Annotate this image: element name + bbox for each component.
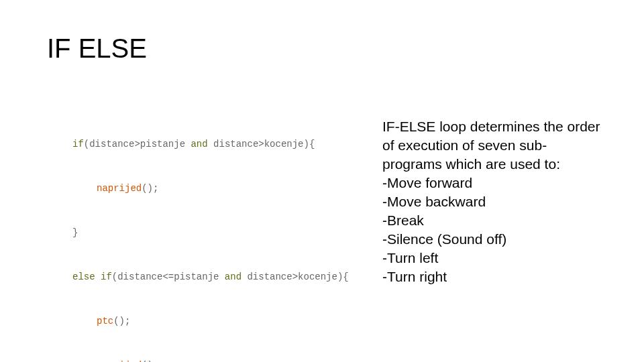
desc-bullet: -Break <box>382 211 604 230</box>
code-keyword: if <box>72 139 84 149</box>
description-block: IF-ELSE loop determines the order of exe… <box>382 117 604 286</box>
code-line: naprijed(); <box>48 358 364 362</box>
desc-bullet: -Turn right <box>382 267 604 286</box>
desc-bullet: -Silence (Sound off) <box>382 230 604 249</box>
code-block: if(distance>pistanje and distance>kocenj… <box>48 107 364 362</box>
desc-paragraph: IF-ELSE loop determines the order of exe… <box>382 117 604 174</box>
code-keyword: else if <box>72 272 112 282</box>
code-keyword: and <box>225 272 241 282</box>
code-text: (); <box>113 316 130 326</box>
code-line: ptc(); <box>48 314 364 328</box>
slide-title: IF ELSE <box>47 34 147 64</box>
code-line: } <box>48 225 364 240</box>
code-text: (); <box>142 183 158 194</box>
code-text: distance>kocenje){ <box>208 139 315 149</box>
code-text: (distance<=pistanje <box>112 272 225 282</box>
code-text: (distance>pistanje <box>84 139 191 149</box>
desc-bullet: -Turn left <box>382 249 604 267</box>
code-line: naprijed(); <box>48 181 364 196</box>
code-func: ptc <box>97 316 113 326</box>
code-line: else if(distance<=pistanje and distance>… <box>48 269 364 284</box>
code-line: if(distance>pistanje and distance>kocenj… <box>48 137 364 152</box>
slide: IF ELSE if(distance>pistanje and distanc… <box>0 0 644 362</box>
code-func: naprijed <box>97 183 142 194</box>
code-keyword: and <box>191 139 207 149</box>
desc-bullet: -Move backward <box>382 192 604 211</box>
code-text: distance>kocenje){ <box>241 272 349 282</box>
desc-bullet: -Move forward <box>382 174 604 192</box>
